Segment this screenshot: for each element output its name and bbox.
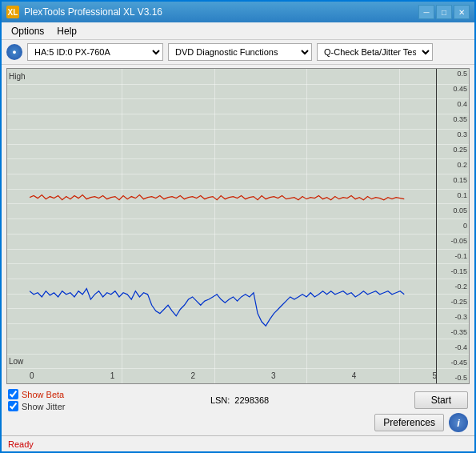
show-beta-checkbox[interactable] [8,389,18,399]
y-tick-10: 0 [442,222,467,230]
jitter-check-row: Show Jitter [8,401,65,411]
device-select[interactable]: HA:5 ID:0 PX-760A [27,43,163,61]
x-tick-1: 1 [110,371,115,380]
main-window: XL PlexTools Professional XL V3.16 ─ □ ✕… [0,0,476,453]
status-bar: Ready [2,435,474,451]
y-tick-11: -0.05 [442,238,467,245]
y-tick-0: 0.5 [442,70,467,78]
y-tick-2: 0.4 [442,101,467,108]
chart-svg [30,69,437,367]
lsn-info: LSN: 2298368 [210,395,269,405]
toolbar: ● HA:5 ID:0 PX-760A DVD Diagnostic Funct… [2,40,474,65]
x-tick-5: 5 [432,371,437,380]
y-tick-18: -0.4 [442,344,467,351]
y-label-high: High [9,72,26,81]
y-tick-20: -0.5 [442,375,467,382]
function-select[interactable]: DVD Diagnostic Functions [168,43,312,61]
y-tick-13: -0.15 [442,268,467,275]
app-icon: XL [6,6,19,18]
y-tick-4: 0.3 [442,131,467,138]
bottom-row2: Preferences i [8,413,468,432]
title-bar-left: XL PlexTools Professional XL V3.16 [6,6,162,18]
show-beta-label: Show Beta [22,390,64,399]
lsn-value: 2298368 [234,395,269,405]
test-select[interactable]: Q-Check Beta/Jitter Test [317,43,433,61]
title-bar-controls: ─ □ ✕ [418,5,470,19]
window-title: PlexTools Professional XL V3.16 [24,6,162,18]
y-tick-15: -0.25 [442,299,467,306]
menu-bar: Options Help [2,22,474,40]
show-jitter-label: Show Jitter [22,402,65,411]
beta-check-row: Show Beta [8,389,65,399]
bottom-panel: Show Beta Show Jitter LSN: 2298368 Start… [2,386,474,435]
menu-help[interactable]: Help [50,24,83,38]
x-tick-2: 2 [190,371,195,380]
y-tick-6: 0.2 [442,162,467,169]
chart-area: High Low [6,68,470,384]
y-tick-1: 0.45 [442,86,467,93]
y-tick-7: 0.15 [442,177,467,184]
y-tick-19: -0.45 [442,359,467,367]
close-button[interactable]: ✕ [454,5,470,19]
y-tick-16: -0.3 [442,314,467,321]
start-button[interactable]: Start [414,391,468,409]
info-button[interactable]: i [449,413,468,432]
device-icon: ● [6,44,22,60]
y-tick-17: -0.35 [442,329,467,336]
x-tick-0: 0 [30,371,34,380]
preferences-button[interactable]: Preferences [374,414,444,431]
x-tick-3: 3 [271,371,276,380]
y-tick-8: 0.1 [442,192,467,199]
minimize-button[interactable]: ─ [418,5,434,19]
y-tick-14: -0.2 [442,283,467,291]
lsn-label: LSN: [210,395,230,405]
x-axis-row: 0 1 2 3 4 5 [30,371,437,380]
y-tick-5: 0.25 [442,146,467,154]
status-text: Ready [8,439,34,449]
menu-options[interactable]: Options [5,24,50,38]
y-axis-right: 0.5 0.45 0.4 0.35 0.3 0.25 0.2 0.15 0.1 … [440,69,469,383]
y-tick-3: 0.35 [442,116,467,123]
x-tick-4: 4 [352,371,357,380]
maximize-button[interactable]: □ [436,5,452,19]
y-tick-9: 0.05 [442,207,467,214]
show-jitter-checkbox[interactable] [8,401,18,411]
checks-column: Show Beta Show Jitter [8,389,65,411]
y-tick-12: -0.1 [442,253,467,260]
bottom-row1: Show Beta Show Jitter LSN: 2298368 Start [8,389,468,411]
title-bar: XL PlexTools Professional XL V3.16 ─ □ ✕ [2,2,474,22]
y-label-low: Low [9,357,23,366]
